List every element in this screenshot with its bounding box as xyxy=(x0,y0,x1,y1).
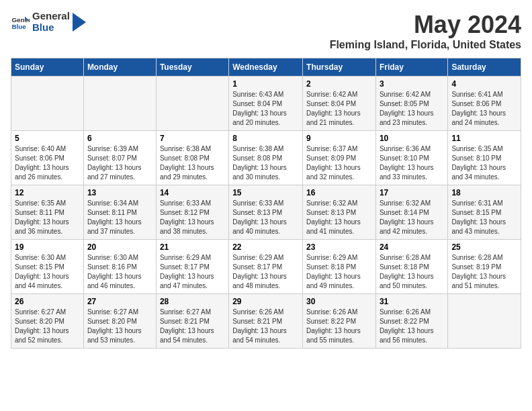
day-info: Sunrise: 6:27 AMSunset: 8:20 PMDaylight:… xyxy=(87,308,152,345)
day-number: 6 xyxy=(87,134,152,143)
calendar-cell: 28Sunrise: 6:27 AMSunset: 8:21 PMDayligh… xyxy=(156,294,228,349)
day-info: Sunrise: 6:35 AMSunset: 8:10 PMDaylight:… xyxy=(451,144,517,182)
calendar-cell: 18Sunrise: 6:31 AMSunset: 8:15 PMDayligh… xyxy=(448,185,521,240)
calendar-cell xyxy=(83,77,156,131)
calendar-week-row: 5Sunrise: 6:40 AMSunset: 8:06 PMDaylight… xyxy=(11,131,521,185)
calendar-cell: 27Sunrise: 6:27 AMSunset: 8:20 PMDayligh… xyxy=(83,294,156,349)
day-info: Sunrise: 6:38 AMSunset: 8:08 PMDaylight:… xyxy=(232,144,299,182)
weekday-header-wednesday: Wednesday xyxy=(229,58,303,77)
calendar-cell: 3Sunrise: 6:42 AMSunset: 8:05 PMDaylight… xyxy=(375,77,447,131)
day-number: 12 xyxy=(15,188,80,197)
day-number: 16 xyxy=(306,188,372,197)
calendar-cell: 7Sunrise: 6:38 AMSunset: 8:08 PMDaylight… xyxy=(156,131,228,185)
calendar-cell: 20Sunrise: 6:30 AMSunset: 8:16 PMDayligh… xyxy=(83,240,156,294)
day-number: 3 xyxy=(380,79,444,89)
day-info: Sunrise: 6:35 AMSunset: 8:11 PMDaylight:… xyxy=(15,199,80,236)
logo-arrow-icon xyxy=(73,13,86,32)
day-number: 7 xyxy=(160,134,225,143)
calendar-cell: 9Sunrise: 6:37 AMSunset: 8:09 PMDaylight… xyxy=(303,131,376,185)
calendar-cell: 17Sunrise: 6:32 AMSunset: 8:14 PMDayligh… xyxy=(375,185,447,240)
weekday-header-saturday: Saturday xyxy=(448,58,521,77)
day-number: 22 xyxy=(232,242,299,252)
calendar-cell: 15Sunrise: 6:33 AMSunset: 8:13 PMDayligh… xyxy=(229,185,303,240)
calendar-cell: 1Sunrise: 6:43 AMSunset: 8:04 PMDaylight… xyxy=(229,77,303,131)
day-info: Sunrise: 6:32 AMSunset: 8:14 PMDaylight:… xyxy=(380,199,444,236)
day-number: 5 xyxy=(15,134,80,143)
weekday-header-tuesday: Tuesday xyxy=(156,58,228,77)
calendar-week-row: 12Sunrise: 6:35 AMSunset: 8:11 PMDayligh… xyxy=(11,185,521,240)
day-number: 2 xyxy=(306,79,372,89)
calendar-week-row: 26Sunrise: 6:27 AMSunset: 8:20 PMDayligh… xyxy=(11,294,521,349)
header: General Blue General Blue May 2024 Flemi… xyxy=(11,11,521,51)
calendar-cell: 12Sunrise: 6:35 AMSunset: 8:11 PMDayligh… xyxy=(11,185,84,240)
day-number: 26 xyxy=(15,297,80,306)
calendar-cell: 4Sunrise: 6:41 AMSunset: 8:06 PMDaylight… xyxy=(448,77,521,131)
day-info: Sunrise: 6:36 AMSunset: 8:10 PMDaylight:… xyxy=(380,144,444,182)
day-number: 10 xyxy=(380,134,444,143)
day-number: 31 xyxy=(380,297,444,306)
logo: General Blue General Blue xyxy=(11,11,86,33)
day-number: 23 xyxy=(306,242,372,252)
title-area: May 2024 Fleming Island, Florida, United… xyxy=(330,11,521,51)
day-info: Sunrise: 6:33 AMSunset: 8:13 PMDaylight:… xyxy=(232,199,299,236)
weekday-header-friday: Friday xyxy=(375,58,447,77)
day-number: 25 xyxy=(451,242,517,252)
weekday-header-row: SundayMondayTuesdayWednesdayThursdayFrid… xyxy=(11,58,521,77)
calendar-cell: 21Sunrise: 6:29 AMSunset: 8:17 PMDayligh… xyxy=(156,240,228,294)
calendar-cell: 23Sunrise: 6:29 AMSunset: 8:18 PMDayligh… xyxy=(303,240,376,294)
day-number: 8 xyxy=(232,134,299,143)
day-info: Sunrise: 6:38 AMSunset: 8:08 PMDaylight:… xyxy=(160,144,225,182)
day-number: 15 xyxy=(232,188,299,197)
calendar-week-row: 19Sunrise: 6:30 AMSunset: 8:15 PMDayligh… xyxy=(11,240,521,294)
day-info: Sunrise: 6:40 AMSunset: 8:06 PMDaylight:… xyxy=(15,144,80,182)
day-number: 13 xyxy=(87,188,152,197)
calendar-cell: 11Sunrise: 6:35 AMSunset: 8:10 PMDayligh… xyxy=(448,131,521,185)
calendar-cell xyxy=(11,77,84,131)
calendar-cell: 24Sunrise: 6:28 AMSunset: 8:18 PMDayligh… xyxy=(375,240,447,294)
day-info: Sunrise: 6:32 AMSunset: 8:13 PMDaylight:… xyxy=(306,199,372,236)
calendar-cell: 16Sunrise: 6:32 AMSunset: 8:13 PMDayligh… xyxy=(303,185,376,240)
day-number: 11 xyxy=(451,134,517,143)
day-info: Sunrise: 6:27 AMSunset: 8:20 PMDaylight:… xyxy=(15,308,80,345)
calendar-cell: 29Sunrise: 6:26 AMSunset: 8:21 PMDayligh… xyxy=(229,294,303,349)
day-number: 27 xyxy=(87,297,152,306)
svg-marker-3 xyxy=(73,13,86,32)
day-info: Sunrise: 6:42 AMSunset: 8:04 PMDaylight:… xyxy=(306,90,372,128)
calendar-table: SundayMondayTuesdayWednesdayThursdayFrid… xyxy=(11,58,521,349)
day-info: Sunrise: 6:29 AMSunset: 8:17 PMDaylight:… xyxy=(160,253,225,291)
calendar-cell: 13Sunrise: 6:34 AMSunset: 8:11 PMDayligh… xyxy=(83,185,156,240)
logo-icon: General Blue xyxy=(11,13,30,32)
day-info: Sunrise: 6:42 AMSunset: 8:05 PMDaylight:… xyxy=(380,90,444,128)
day-info: Sunrise: 6:30 AMSunset: 8:15 PMDaylight:… xyxy=(15,253,80,291)
calendar-header: SundayMondayTuesdayWednesdayThursdayFrid… xyxy=(11,58,521,77)
day-number: 14 xyxy=(160,188,225,197)
day-number: 20 xyxy=(87,242,152,252)
weekday-header-sunday: Sunday xyxy=(11,58,84,77)
day-number: 1 xyxy=(232,79,299,89)
day-info: Sunrise: 6:39 AMSunset: 8:07 PMDaylight:… xyxy=(87,144,152,182)
day-info: Sunrise: 6:27 AMSunset: 8:21 PMDaylight:… xyxy=(160,308,225,345)
day-number: 29 xyxy=(232,297,299,306)
logo-blue-text: Blue xyxy=(32,22,70,34)
day-info: Sunrise: 6:37 AMSunset: 8:09 PMDaylight:… xyxy=(306,144,372,182)
day-info: Sunrise: 6:28 AMSunset: 8:18 PMDaylight:… xyxy=(380,253,444,291)
calendar-cell: 6Sunrise: 6:39 AMSunset: 8:07 PMDaylight… xyxy=(83,131,156,185)
day-info: Sunrise: 6:41 AMSunset: 8:06 PMDaylight:… xyxy=(451,90,517,128)
weekday-header-monday: Monday xyxy=(83,58,156,77)
day-number: 30 xyxy=(306,297,372,306)
calendar-cell: 25Sunrise: 6:28 AMSunset: 8:19 PMDayligh… xyxy=(448,240,521,294)
day-number: 17 xyxy=(380,188,444,197)
day-number: 28 xyxy=(160,297,225,306)
logo-general-text: General xyxy=(32,11,70,22)
calendar-cell: 30Sunrise: 6:26 AMSunset: 8:22 PMDayligh… xyxy=(303,294,376,349)
calendar-cell: 5Sunrise: 6:40 AMSunset: 8:06 PMDaylight… xyxy=(11,131,84,185)
calendar-cell: 26Sunrise: 6:27 AMSunset: 8:20 PMDayligh… xyxy=(11,294,84,349)
day-number: 18 xyxy=(451,188,517,197)
calendar-cell: 2Sunrise: 6:42 AMSunset: 8:04 PMDaylight… xyxy=(303,77,376,131)
calendar-cell: 10Sunrise: 6:36 AMSunset: 8:10 PMDayligh… xyxy=(375,131,447,185)
day-number: 19 xyxy=(15,242,80,252)
calendar-cell xyxy=(156,77,228,131)
day-info: Sunrise: 6:26 AMSunset: 8:21 PMDaylight:… xyxy=(232,308,299,345)
calendar-cell xyxy=(448,294,521,349)
calendar-cell: 31Sunrise: 6:26 AMSunset: 8:22 PMDayligh… xyxy=(375,294,447,349)
